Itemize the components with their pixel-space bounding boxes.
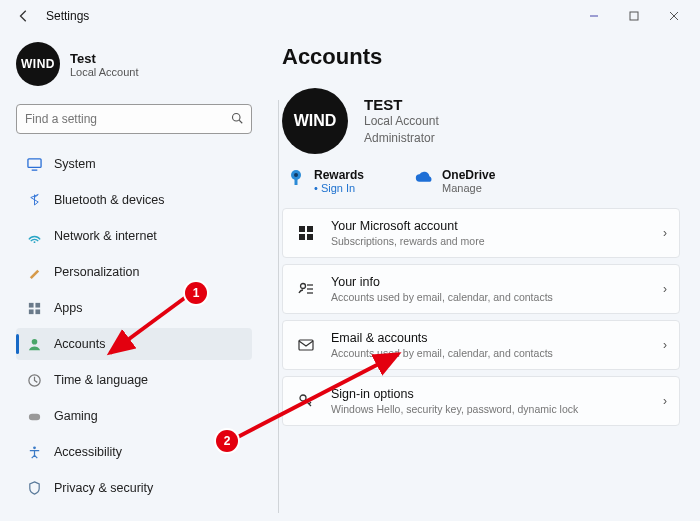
onedrive-title: OneDrive: [442, 168, 495, 182]
network-icon: [26, 228, 42, 244]
onedrive-item[interactable]: OneDrive Manage: [414, 168, 495, 194]
system-icon: [26, 156, 42, 172]
avatar: WIND: [16, 42, 60, 86]
annotation-badge-1: 1: [185, 282, 207, 304]
main-content: Accounts WIND TEST Local Account Adminis…: [264, 32, 700, 520]
profile-name: Test: [70, 51, 139, 66]
accessibility-icon: [26, 444, 42, 460]
search-icon: [231, 112, 243, 127]
card-title: Your Microsoft account: [331, 219, 485, 235]
svg-rect-21: [307, 234, 313, 240]
svg-rect-17: [295, 179, 298, 185]
nav-time[interactable]: Time & language: [16, 364, 252, 396]
card-sub: Windows Hello, security key, password, d…: [331, 403, 578, 415]
time-icon: [26, 372, 42, 388]
nav-label: Gaming: [54, 409, 98, 423]
chevron-right-icon: ›: [663, 282, 667, 296]
annotation-badge-2: 2: [216, 430, 238, 452]
nav-privacy[interactable]: Privacy & security: [16, 472, 252, 504]
back-button[interactable]: [12, 4, 36, 28]
title-bar: Settings: [0, 0, 700, 32]
card-signin-options[interactable]: Sign-in optionsWindows Hello, security k…: [282, 376, 680, 426]
nav-apps[interactable]: Apps: [16, 292, 252, 324]
card-title: Your info: [331, 275, 553, 291]
svg-rect-8: [35, 302, 40, 307]
rewards-title: Rewards: [314, 168, 364, 182]
svg-rect-20: [299, 234, 305, 240]
rewards-action[interactable]: • Sign In: [314, 182, 364, 194]
nav-label: Apps: [54, 301, 83, 315]
nav-label: Network & internet: [54, 229, 157, 243]
svg-point-22: [301, 284, 306, 289]
svg-rect-13: [28, 413, 39, 420]
card-title: Email & accounts: [331, 331, 553, 347]
account-name: TEST: [364, 96, 439, 113]
nav-label: Bluetooth & devices: [54, 193, 165, 207]
microsoft-icon: [295, 225, 317, 241]
accounts-icon: [26, 336, 42, 352]
chevron-right-icon: ›: [663, 338, 667, 352]
svg-point-14: [33, 446, 36, 449]
account-type: Local Account: [364, 113, 439, 129]
nav-label: Time & language: [54, 373, 148, 387]
svg-rect-9: [28, 309, 33, 314]
chevron-right-icon: ›: [663, 226, 667, 240]
personalization-icon: [26, 264, 42, 280]
card-sub: Accounts used by email, calendar, and co…: [331, 347, 553, 359]
svg-rect-4: [27, 158, 40, 166]
maximize-button[interactable]: [614, 2, 654, 30]
nav-system[interactable]: System: [16, 148, 252, 180]
window-title: Settings: [46, 9, 89, 23]
nav-list: System Bluetooth & devices Network & int…: [16, 148, 252, 504]
gaming-icon: [26, 408, 42, 424]
account-header: WIND TEST Local Account Administrator: [282, 88, 680, 154]
bluetooth-icon: [26, 192, 42, 208]
nav-bluetooth[interactable]: Bluetooth & devices: [16, 184, 252, 216]
card-email-accounts[interactable]: Email & accountsAccounts used by email, …: [282, 320, 680, 370]
svg-point-6: [33, 241, 35, 243]
profile-subtitle: Local Account: [70, 66, 139, 78]
svg-point-16: [294, 173, 298, 177]
nav-label: Personalization: [54, 265, 139, 279]
key-icon: [295, 393, 317, 409]
card-sub: Accounts used by email, calendar, and co…: [331, 291, 553, 303]
rewards-item[interactable]: Rewards • Sign In: [286, 168, 364, 194]
privacy-icon: [26, 480, 42, 496]
svg-rect-26: [299, 340, 313, 350]
search-box[interactable]: [16, 104, 252, 134]
settings-cards: Your Microsoft accountSubscriptions, rew…: [282, 208, 680, 426]
nav-accounts[interactable]: Accounts: [16, 328, 252, 360]
apps-icon: [26, 300, 42, 316]
rewards-icon: [286, 168, 306, 188]
nav-personalization[interactable]: Personalization: [16, 256, 252, 288]
email-icon: [295, 337, 317, 353]
card-title: Sign-in options: [331, 387, 578, 403]
account-avatar: WIND: [282, 88, 348, 154]
page-heading: Accounts: [282, 44, 680, 70]
svg-rect-19: [307, 226, 313, 232]
nav-gaming[interactable]: Gaming: [16, 400, 252, 432]
account-role: Administrator: [364, 130, 439, 146]
quick-links: Rewards • Sign In OneDrive Manage: [286, 168, 680, 194]
onedrive-action[interactable]: Manage: [442, 182, 495, 194]
svg-rect-10: [35, 309, 40, 314]
search-input[interactable]: [25, 112, 231, 126]
nav-label: Privacy & security: [54, 481, 153, 495]
svg-point-2: [233, 113, 241, 121]
nav-network[interactable]: Network & internet: [16, 220, 252, 252]
nav-label: System: [54, 157, 96, 171]
card-your-info[interactable]: Your infoAccounts used by email, calenda…: [282, 264, 680, 314]
svg-rect-1: [630, 12, 638, 20]
your-info-icon: [295, 281, 317, 297]
nav-label: Accessibility: [54, 445, 122, 459]
chevron-right-icon: ›: [663, 394, 667, 408]
card-sub: Subscriptions, rewards and more: [331, 235, 485, 247]
profile-block[interactable]: WIND Test Local Account: [16, 42, 252, 86]
svg-rect-7: [28, 302, 33, 307]
card-microsoft-account[interactable]: Your Microsoft accountSubscriptions, rew…: [282, 208, 680, 258]
close-button[interactable]: [654, 2, 694, 30]
svg-line-3: [239, 120, 242, 123]
minimize-button[interactable]: [574, 2, 614, 30]
onedrive-icon: [414, 168, 434, 188]
svg-rect-18: [299, 226, 305, 232]
